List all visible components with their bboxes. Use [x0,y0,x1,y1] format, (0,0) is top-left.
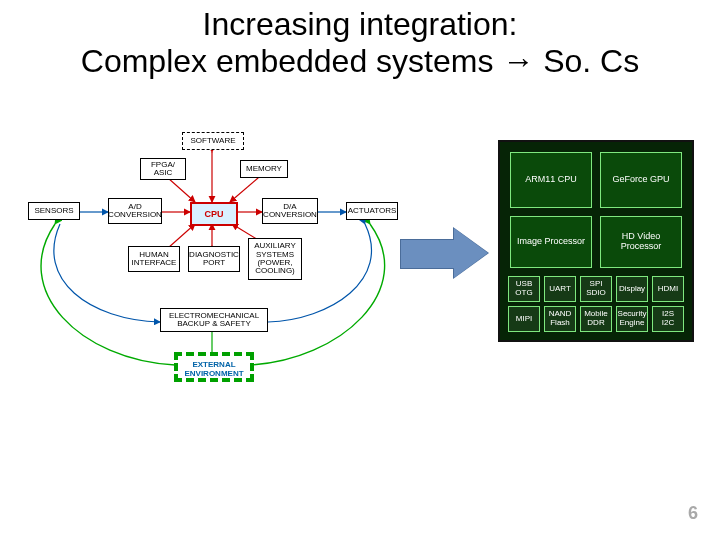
title-line1: Increasing integration: [0,6,720,43]
soc-vid: HD Video Processor [600,216,682,268]
svg-line-1 [168,178,195,202]
block-actuators: ACTUATORS [346,202,398,220]
block-human: HUMAN INTERFACE [128,246,180,272]
block-software: SOFTWARE [182,132,244,150]
connection-lines [20,130,400,430]
soc-uart: UART [544,276,576,302]
block-sensors: SENSORS [28,202,80,220]
soc-ddr: Mobile DDR [580,306,612,332]
soc-gpu: GeForce GPU [600,152,682,208]
soc-sec: Security Engine [616,306,648,332]
block-env: EXTERNAL ENVIRONMENT [174,352,254,382]
soc-spi: SPI SDIO [580,276,612,302]
block-aux: AUXILIARY SYSTEMS (POWER, COOLING) [248,238,302,280]
soc-chip: ARM11 CPU GeForce GPU Image Processor HD… [498,140,694,342]
block-dac: D/A CONVERSION [262,198,318,224]
soc-usb: USB OTG [508,276,540,302]
soc-arm: ARM11 CPU [510,152,592,208]
title-line2: Complex embedded systems → So. Cs [0,43,720,80]
soc-img: Image Processor [510,216,592,268]
soc-i2s: I2S I2C [652,306,684,332]
soc-nand: NAND Flash [544,306,576,332]
block-backup: ELECTROMECHANICAL BACKUP & SAFETY [160,308,268,332]
block-cpu: CPU [190,202,238,226]
block-memory: MEMORY [240,160,288,178]
embedded-system-diagram: SOFTWARE FPGA/ ASIC MEMORY SENSORS A/D C… [20,130,400,430]
block-adc: A/D CONVERSION [108,198,162,224]
block-fpga: FPGA/ ASIC [140,158,186,180]
transition-arrow-icon [400,228,490,278]
block-diag: DIAGNOSTIC PORT [188,246,240,272]
svg-line-2 [230,178,258,202]
slide-title: Increasing integration: Complex embedded… [0,6,720,80]
slide: Increasing integration: Complex embedded… [0,0,720,540]
soc-disp: Display [616,276,648,302]
page-number: 6 [688,503,698,524]
soc-hdmi: HDMI [652,276,684,302]
soc-mipi: MIPI [508,306,540,332]
svg-line-7 [168,224,195,248]
